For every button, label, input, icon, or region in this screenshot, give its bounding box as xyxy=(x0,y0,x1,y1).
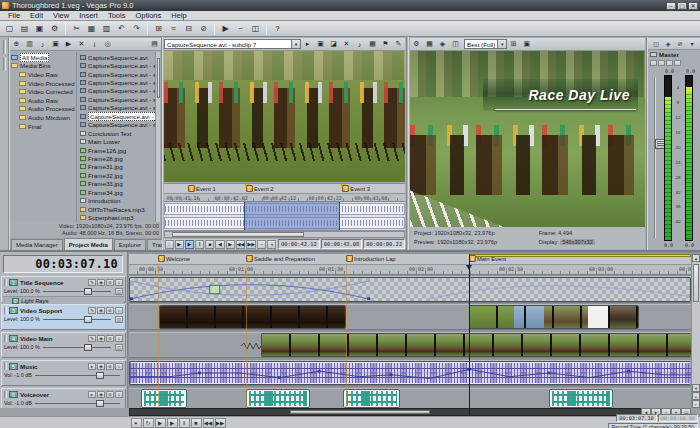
zoom-out-track-icon[interactable]: − xyxy=(692,400,700,408)
file-list-scrollbar[interactable] xyxy=(155,52,160,222)
chevron-down-icon[interactable]: ▾ xyxy=(292,39,301,49)
project-properties-icon[interactable]: ⚙ xyxy=(48,22,61,35)
media-file[interactable]: CaptureSequence.avi - subclip 5 xyxy=(77,95,160,103)
split-screen-view-icon[interactable]: ◫ xyxy=(450,39,461,50)
track-row-voiceover[interactable] xyxy=(129,388,691,409)
track-row-music[interactable] xyxy=(129,360,691,386)
undo-icon[interactable]: ↶ xyxy=(115,22,128,35)
track-header-voiceover[interactable]: 6 Voiceover ● ◈ ⊘ ○ Vol: -1.0 dB xyxy=(1,388,126,410)
scrollbar-thumb[interactable] xyxy=(290,410,430,414)
timeline-event-voiceover[interactable] xyxy=(246,389,310,408)
timeline-event-voiceover[interactable] xyxy=(549,389,613,408)
trimmer-clip-dropdown[interactable]: CaptureSequence.avi - subclip 7 xyxy=(164,39,292,49)
record-icon[interactable]: ● xyxy=(131,418,142,428)
track-row-title-sequence[interactable] xyxy=(129,276,691,303)
whats-this-help-icon[interactable]: ? xyxy=(271,22,284,35)
media-file[interactable]: CaptureSequence.avi - subclip 1 xyxy=(77,61,160,69)
solo-icon[interactable]: ○ xyxy=(115,307,123,314)
tree-item-all-media[interactable]: All Media xyxy=(11,53,76,62)
scrollbar-thumb[interactable] xyxy=(693,264,699,302)
tree-item-audio-raw[interactable]: Audio Raw xyxy=(11,96,76,105)
views-icon[interactable]: ▤ xyxy=(149,39,160,50)
selection-start-timecode[interactable]: 00:00:42.12 xyxy=(278,239,320,249)
zoom-in-track-icon[interactable]: + xyxy=(692,392,700,400)
loop-playback-icon[interactable]: ↻ xyxy=(143,418,154,428)
media-file[interactable]: Main Lower xyxy=(77,137,160,145)
lock-envelopes-icon[interactable]: ⊟ xyxy=(182,22,195,35)
track-fx-icon[interactable]: ◈ xyxy=(97,363,105,370)
track-grip[interactable] xyxy=(4,279,7,286)
media-file[interactable]: Frame33.jpg xyxy=(77,180,160,188)
track-fx-icon[interactable]: ✎ xyxy=(88,335,96,342)
timeline-time-ruler[interactable]: 00:00:30 00:01:00 00:01:30 00:02:00 00:0… xyxy=(129,265,691,275)
level-slider[interactable] xyxy=(43,291,111,292)
mute-icon[interactable]: ⊘ xyxy=(106,307,114,314)
media-file[interactable]: CaptureSequence.avi xyxy=(77,53,160,61)
chevron-down-icon[interactable]: ▾ xyxy=(498,39,507,49)
media-file[interactable]: Frame32.jpg xyxy=(77,171,160,179)
timeline-event-video[interactable] xyxy=(469,305,639,329)
auto-preview-icon[interactable]: ▶ xyxy=(63,39,74,50)
new-project-icon[interactable]: ▢ xyxy=(3,22,16,35)
create-subclip-icon[interactable]: ◪ xyxy=(328,39,339,50)
timeline-marker-bar[interactable]: 1 Welcome 2 Saddle and Preparation 3 Int… xyxy=(129,254,691,265)
track-fx-icon[interactable]: ✎ xyxy=(88,307,96,314)
track-header-video-support[interactable]: 3 Video Support ✎ ◈ ⊘ ○ Level: 100.0 % ◫ xyxy=(1,304,126,330)
menu-help[interactable]: Help xyxy=(166,11,191,20)
trimmer-selection[interactable] xyxy=(244,202,340,230)
go-to-start-icon[interactable]: ◀◀ xyxy=(236,240,246,249)
remove-unused-media-icon[interactable]: ✕ xyxy=(76,39,87,50)
media-properties-icon[interactable]: i xyxy=(89,39,100,50)
external-monitor-icon[interactable]: ▦ xyxy=(424,39,435,50)
zoom-out-icon[interactable]: − xyxy=(257,240,266,249)
save-project-icon[interactable]: ▣ xyxy=(33,22,46,35)
timeline-event-title[interactable] xyxy=(129,277,691,302)
normal-edit-tool-icon[interactable]: ▶ xyxy=(219,22,232,35)
video-output-fx-icon[interactable]: ◈ xyxy=(437,39,448,50)
tab-explorer[interactable]: Explorer xyxy=(114,239,146,250)
cut-icon[interactable]: ✂ xyxy=(70,22,83,35)
track-fx-icon[interactable]: ✎ xyxy=(88,279,96,286)
track-header-light-rays[interactable]: 2 Light Rays xyxy=(3,296,124,304)
mute-icon[interactable]: ⊘ xyxy=(106,363,114,370)
title-bar[interactable]: Thoroughbred 1.veg - Vegas Pro 9.0 – ▢ ✕ xyxy=(0,0,700,11)
selection-duration-timecode[interactable]: 00:00:00.00 xyxy=(658,414,698,422)
timeline-event-voiceover[interactable] xyxy=(141,389,187,408)
minimize-button[interactable]: – xyxy=(666,2,676,10)
paste-icon[interactable]: ▥ xyxy=(100,22,113,35)
solo-icon[interactable]: ○ xyxy=(115,391,123,398)
timeline-vertical-scrollbar[interactable]: ▲ ▼ + − xyxy=(691,254,700,408)
track-fx-icon[interactable]: ◈ xyxy=(97,391,105,398)
scroll-up-icon[interactable]: ▲ xyxy=(692,254,700,262)
dock-strip[interactable] xyxy=(0,37,9,250)
project-video-properties-icon[interactable]: ⚙ xyxy=(411,39,422,50)
add-media-from-cursor-icon[interactable]: ▸ xyxy=(302,39,313,50)
pause-icon[interactable]: ‖ xyxy=(179,418,190,428)
media-file[interactable]: Frame28.jpg xyxy=(77,154,160,162)
volume-slider[interactable] xyxy=(35,403,120,404)
menu-tools[interactable]: Tools xyxy=(103,11,131,20)
media-file[interactable]: CaptureSequence.avi - subclip 8 xyxy=(77,121,160,129)
copy-snapshot-icon[interactable]: ▣ xyxy=(521,39,532,50)
open-in-audio-editor-icon[interactable]: ✎ xyxy=(393,39,404,50)
selection-edit-tool-icon[interactable]: ◫ xyxy=(249,22,262,35)
extract-audio-icon[interactable]: ♪ xyxy=(37,39,48,50)
media-file[interactable]: CaptureSequence.avi - subclip 4 xyxy=(77,87,160,95)
media-file[interactable]: Frame31.jpg xyxy=(77,163,160,171)
delete-icon[interactable]: ✕ xyxy=(341,39,352,50)
save-markers-icon[interactable]: ▣ xyxy=(315,39,326,50)
sync-cursor-icon[interactable]: ○ xyxy=(165,240,174,249)
tree-item-audio-processed[interactable]: Audio Processed xyxy=(11,105,76,114)
level-slider[interactable] xyxy=(43,347,111,348)
track-header-video-main[interactable]: 4 Video Main ✎ ◈ ⊘ ○ Level: 100.0 % ◫ xyxy=(1,332,126,358)
tree-item-media-bins[interactable]: Media Bins xyxy=(11,62,76,71)
go-to-start-icon[interactable]: ◀◀ xyxy=(203,418,214,428)
solo-icon[interactable]: ○ xyxy=(115,335,123,342)
play-from-start-icon[interactable]: ▶ xyxy=(155,418,166,428)
volume-slider[interactable] xyxy=(35,375,120,376)
go-to-end-icon[interactable]: ▶▶ xyxy=(215,418,226,428)
zoom-in-icon[interactable]: + xyxy=(267,240,276,249)
track-row-video-support[interactable] xyxy=(129,304,691,330)
compositing-mode-icon[interactable]: ◫ xyxy=(115,316,123,323)
cursor-timecode-display[interactable]: 00:03:07.10 xyxy=(3,255,123,273)
